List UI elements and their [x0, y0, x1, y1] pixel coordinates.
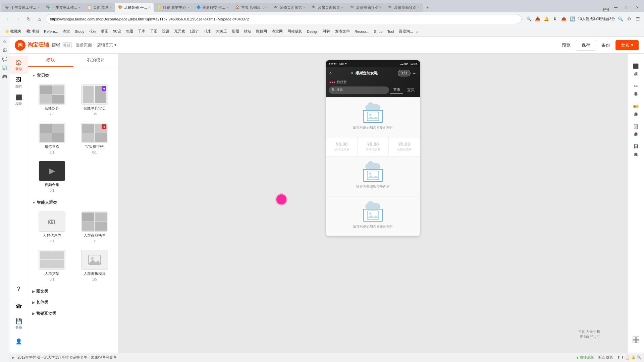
bookmark-favorites[interactable]: ⭐ 收藏夹 — [3, 27, 23, 36]
browser-sidebar-icon-2[interactable]: 🖼 — [1, 47, 8, 54]
extension-icon-2[interactable]: 📥 — [534, 16, 541, 22]
bookmark-shenshen[interactable]: 神神 — [321, 27, 332, 36]
bookmark-study[interactable]: Study — [73, 27, 86, 36]
module-item-video[interactable]: ▶ 视频合集 0/1 — [32, 159, 72, 194]
tab-8[interactable]: 👁 装修页面预览 × — [309, 3, 347, 12]
phone-zone-image-2[interactable]: 请在右侧添加您喜爱的图片 — [326, 196, 420, 236]
tab-my-module[interactable]: 我的模块 — [73, 54, 119, 67]
tab-5[interactable]: 🔷 盛夏科技-生... × — [193, 3, 232, 12]
module-item-ranking[interactable]: R 宝贝排行榜 0/ — [75, 121, 115, 156]
tab-close-5[interactable]: × — [226, 6, 228, 9]
backup-button[interactable]: 备份 — [601, 42, 610, 48]
canvas-area[interactable]: ●●●●● Tao ▾ 12:59 100% ‹ — [119, 54, 627, 353]
category-crowd[interactable]: ▼ 智能人群类 — [28, 197, 118, 208]
extension-icon-6[interactable]: 🔄 — [569, 16, 576, 22]
module-item-crowd-shelf[interactable]: 人群货架 0/1 — [32, 248, 72, 283]
phone-nav-home[interactable]: 首页 — [390, 86, 403, 94]
tab-close-8[interactable]: × — [341, 6, 343, 9]
search-nav-icon[interactable]: 🔍 — [617, 16, 624, 22]
refresh-button[interactable]: ↻ — [24, 14, 34, 24]
status-icon-2[interactable]: ⬇ — [621, 355, 624, 360]
close-window-button[interactable]: × — [633, 3, 641, 11]
tab-close-7[interactable]: × — [303, 6, 305, 9]
phone-zone-image-1[interactable]: 请在右侧添加您喜爱的图片 — [326, 97, 420, 137]
right-item-grid-toggle[interactable] — [628, 330, 644, 350]
settings-icon[interactable]: ⚙ — [626, 16, 633, 22]
browser-sidebar-icon-1[interactable]: ☆ — [1, 38, 8, 45]
right-item-crowd-ranking2[interactable]: 📋 人群商品榜单 — [628, 117, 644, 137]
bookmark-wangxiao[interactable]: 网校成长 — [285, 27, 304, 36]
tab-close-2[interactable]: × — [109, 6, 111, 9]
phone-nav-item[interactable]: 宝贝 — [405, 86, 417, 94]
sidebar-item-decoration[interactable]: 🏠 装修 — [9, 56, 28, 74]
phone-follow-button[interactable]: 关注 — [398, 70, 411, 76]
status-icon-5[interactable]: 🔍 — [637, 355, 641, 360]
category-baobei[interactable]: ▼ 宝贝类 — [28, 70, 118, 81]
tab-close-1[interactable]: × — [78, 6, 80, 9]
bookmark-sheshe[interactable]: 设设 — [160, 27, 171, 36]
forward-button[interactable]: › — [13, 14, 23, 24]
tab-2[interactable]: 📋 页面管理 × — [84, 3, 115, 12]
tab-module[interactable]: 模块 — [28, 54, 73, 67]
bookmarks-more-button[interactable]: » — [416, 29, 419, 34]
tab-10[interactable]: 👁 装修页面预览 × — [385, 3, 423, 12]
bookmark-taobao2[interactable]: 淘宝网 — [270, 27, 285, 36]
right-item-meishu[interactable]: ✂ 美属切图 — [628, 76, 644, 97]
module-item-crowd-poster[interactable]: 人群海报模块 1/5 — [75, 248, 115, 283]
bookmark-90she[interactable]: 90设 — [111, 27, 123, 36]
bookmark-dameigong[interactable]: 大美工 — [214, 27, 229, 36]
tab-6[interactable]: 🏠 首页:店铺装... × — [232, 3, 270, 12]
bookmark-resource[interactable]: Resour... — [353, 27, 371, 36]
bookmark-shuwang[interactable]: 数数网 — [254, 27, 269, 36]
bookmark-design[interactable]: Design — [305, 27, 320, 36]
category-graphic[interactable]: ▶ 图文类 — [28, 286, 118, 297]
address-bar[interactable]: https://wangpu.taobao.com/shopDecorate/p… — [46, 14, 522, 24]
module-item-crowd-ranking[interactable]: 人群商品榜单 1/1 — [75, 209, 115, 245]
tab-close-3[interactable]: × — [148, 6, 150, 9]
bookmark-zhanzhan[interactable]: 站站 — [242, 27, 253, 36]
new-tab-button[interactable]: + — [423, 3, 432, 12]
tab-4[interactable]: ⭐ 旺铺-素材中心 × — [154, 3, 193, 12]
sidebar-item-image[interactable]: 🖼 图片 — [9, 74, 28, 91]
status-icon-1[interactable]: ⬆ — [617, 355, 620, 360]
sidebar-item-user[interactable]: 👤 — [9, 333, 28, 350]
browser-sidebar-icon-5[interactable]: 🎮 — [1, 73, 8, 80]
bookmark-shop[interactable]: Shop — [372, 27, 385, 36]
module-item-danlie[interactable]: H 智能单列宝贝 1/5 — [75, 82, 115, 118]
bookmark-fabiaowen[interactable]: 发表文字 — [333, 27, 352, 36]
phone-more-button[interactable]: ··· — [413, 70, 417, 76]
tab-9[interactable]: 👁 装修页面预览 × — [347, 3, 385, 12]
breadcrumb-page[interactable]: 店铺首页 — [97, 43, 113, 47]
home-button[interactable]: ⌂ — [35, 14, 44, 24]
extension-icon-5[interactable]: 📤 — [560, 16, 567, 22]
module-item-shuanglie[interactable]: 智能双列 2/6 — [32, 82, 72, 118]
sidebar-item-service[interactable]: ☎ — [9, 298, 28, 315]
tab-close-6[interactable]: × — [265, 6, 267, 9]
bookmark-tool[interactable]: Tool — [385, 27, 396, 36]
extension-icon-3[interactable]: 🔔 — [543, 16, 550, 22]
right-item-crowd-poster2[interactable]: 🖼 人群海报模块 — [628, 137, 644, 157]
minimize-button[interactable]: ─ — [612, 3, 620, 11]
sidebar-item-help[interactable]: ? — [9, 280, 28, 298]
right-item-crowd-coupon[interactable]: 🎫 人群优惠券 — [628, 97, 644, 117]
status-icon-3[interactable]: 📋 — [625, 355, 630, 360]
phone-zone-module[interactable]: 请在右侧编辑模块内容 — [326, 156, 420, 196]
module-item-guess[interactable]: 猜你喜欢 1/1 — [32, 121, 72, 156]
tab-close-10[interactable]: × — [418, 6, 420, 9]
tab-close-0[interactable]: × — [37, 6, 39, 9]
right-item-shezhaomk[interactable]: ⬛ 店招模块 — [628, 56, 644, 76]
bookmark-qiantu[interactable]: 千图 — [148, 27, 159, 36]
module-item-coupon[interactable]: 🎟 人群优惠券 1/1 — [32, 209, 72, 245]
tab-close-4[interactable]: × — [187, 6, 190, 9]
browser-sidebar-icon-3[interactable]: 💬 — [1, 56, 8, 62]
bookmark-books[interactable]: 📚 书城 — [24, 27, 41, 36]
save-button[interactable]: 保存 — [576, 40, 596, 51]
sidebar-item-backup[interactable]: 💾 备份 — [9, 315, 28, 333]
bookmark-yuansu[interactable]: 兀元素 — [172, 27, 187, 36]
bookmark-yingtu[interactable]: 影图 — [230, 27, 241, 36]
bookmark-1she[interactable]: 1设计 — [188, 27, 201, 36]
bookmark-baotu[interactable]: 包图 — [124, 27, 135, 36]
menu-icon[interactable]: ☰ — [635, 16, 641, 22]
tab-0[interactable]: 🏪 千牛卖家工作... × — [1, 3, 43, 12]
extension-icon-1[interactable]: 🔍 — [526, 16, 532, 22]
